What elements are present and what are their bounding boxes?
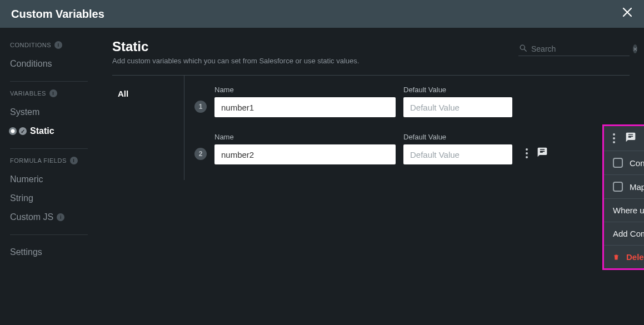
trash-icon [613, 253, 620, 261]
divider [10, 81, 88, 82]
checkbox[interactable] [613, 158, 623, 168]
checkbox[interactable] [613, 182, 623, 192]
close-icon[interactable] [622, 7, 633, 21]
check-icon: ✓ [19, 127, 27, 135]
name-label: Name [214, 133, 396, 141]
svg-line-1 [525, 49, 527, 52]
sidebar-item-system[interactable]: System [10, 103, 88, 122]
menu-item-delete[interactable]: Delete [604, 245, 644, 268]
menu-item-where-used[interactable]: Where used [604, 198, 644, 222]
modal-title: Custom Variables [11, 8, 104, 21]
name-label: Name [214, 86, 396, 94]
divider [10, 234, 88, 235]
context-menu: Constant Map to URL i Where used Add Com… [604, 126, 644, 268]
info-icon[interactable]: i [49, 89, 57, 97]
sidebar-item-numeric[interactable]: Numeric [10, 170, 88, 189]
page-title: Static [112, 39, 359, 54]
sidebar-item-static[interactable]: ✓ Static [10, 122, 88, 141]
search-icon [520, 44, 527, 53]
comment-icon[interactable] [537, 147, 548, 160]
more-icon[interactable] [525, 147, 529, 159]
titlebar: Custom Variables [0, 0, 644, 28]
filter-column: All [112, 76, 184, 180]
sidebar-item-customjs[interactable]: Custom JS i [10, 208, 88, 227]
default-input[interactable] [403, 144, 512, 164]
page-subtitle: Add custom variables which you can set f… [112, 57, 359, 65]
info-icon[interactable]: i [70, 157, 78, 164]
tab-all[interactable]: All [112, 87, 184, 101]
more-icon[interactable] [612, 132, 616, 144]
sidebar-group-formula: FORMULA FIELDS i [10, 157, 88, 164]
main-panel: Static Add custom variables which you ca… [98, 28, 644, 325]
menu-item-add-comment[interactable]: Add Comment [604, 222, 644, 245]
menu-item-map-url[interactable]: Map to URL i [604, 174, 644, 198]
row-number: 1 [194, 101, 207, 113]
variable-row: 2 Name Default Value [194, 133, 625, 164]
variables-list: 1 Name Default Value 2 Name [184, 76, 630, 180]
default-label: Default Value [403, 86, 512, 94]
divider [10, 148, 88, 149]
sidebar-group-variables: VARIABLES i [10, 89, 88, 97]
default-input[interactable] [403, 97, 512, 117]
info-icon: i [57, 213, 64, 221]
clear-search-icon[interactable]: ✕ [633, 44, 637, 53]
name-input[interactable] [214, 144, 396, 164]
name-input[interactable] [214, 97, 396, 117]
search-field[interactable]: ✕ [518, 42, 630, 56]
search-input[interactable] [531, 44, 628, 53]
default-label: Default Value [403, 133, 512, 141]
row-number: 2 [194, 148, 207, 160]
sidebar-item-conditions[interactable]: Conditions [10, 54, 88, 73]
sidebar-item-string[interactable]: String [10, 189, 88, 208]
comment-icon[interactable] [625, 132, 636, 145]
context-menu-highlight: Constant Map to URL i Where used Add Com… [602, 124, 644, 270]
variable-row: 1 Name Default Value [194, 86, 625, 117]
info-icon[interactable]: i [54, 41, 62, 49]
sidebar-item-settings[interactable]: Settings [10, 243, 88, 262]
sidebar: CONDITIONS i Conditions VARIABLES i Syst… [0, 28, 98, 325]
sidebar-group-conditions: CONDITIONS i [10, 41, 88, 49]
menu-item-constant[interactable]: Constant [604, 151, 644, 174]
